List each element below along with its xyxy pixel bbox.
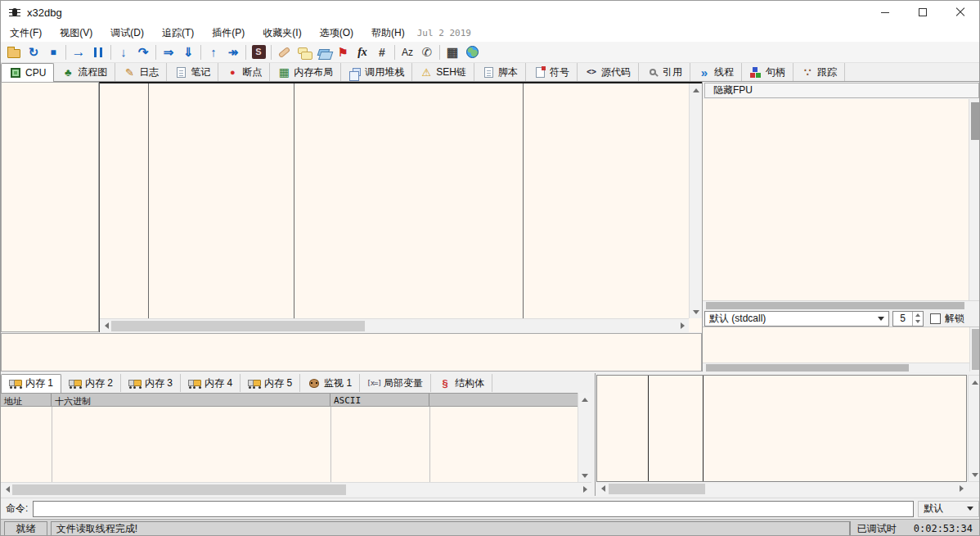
scroll-thumb[interactable] bbox=[609, 484, 705, 494]
stack-h-scrollbar[interactable] bbox=[596, 482, 980, 496]
close-debuggee-button[interactable]: ■ bbox=[43, 43, 63, 61]
scroll-right-button[interactable] bbox=[578, 483, 591, 496]
preferences-button[interactable] bbox=[462, 43, 482, 61]
disassembly-v-scrollbar[interactable] bbox=[689, 83, 702, 318]
scroll-thumb[interactable] bbox=[971, 102, 980, 140]
registers-view[interactable] bbox=[703, 99, 980, 301]
tab-dump-3[interactable]: 内存 3 bbox=[121, 374, 181, 392]
disassembly-view[interactable] bbox=[99, 82, 702, 332]
tab-label: 内存 5 bbox=[264, 376, 292, 390]
arguments-view[interactable] bbox=[703, 327, 980, 372]
tab-references[interactable]: 引用 bbox=[639, 63, 690, 81]
strings-button[interactable]: Az bbox=[398, 43, 417, 61]
tab-graph[interactable]: ♣流程图 bbox=[54, 63, 115, 81]
tab-threads[interactable]: »线程 bbox=[690, 63, 742, 81]
tab-dump-1[interactable]: 内存 1 bbox=[1, 374, 61, 393]
arguments-v-scrollbar[interactable] bbox=[969, 327, 980, 372]
info-box[interactable] bbox=[1, 333, 702, 372]
scylla-button[interactable]: S bbox=[249, 43, 268, 61]
dump-v-scrollbar[interactable] bbox=[578, 393, 591, 482]
tab-log[interactable]: ✎日志 bbox=[115, 63, 167, 81]
menu-options[interactable]: 选项(O) bbox=[311, 24, 362, 43]
menu-file[interactable]: 文件(F) bbox=[1, 24, 51, 43]
dump-h-scrollbar[interactable] bbox=[1, 482, 591, 496]
tab-cpu[interactable]: CPU bbox=[1, 63, 54, 82]
trace-over-button[interactable]: ⇓ bbox=[178, 43, 198, 61]
analysis-button[interactable]: # bbox=[372, 43, 392, 61]
tab-dump-2[interactable]: 内存 2 bbox=[61, 374, 121, 392]
minimize-button[interactable] bbox=[866, 1, 904, 24]
menu-plugins[interactable]: 插件(P) bbox=[203, 24, 254, 43]
tab-memory-map[interactable]: ▦内存布局 bbox=[270, 63, 341, 81]
attach-button[interactable]: ✆ bbox=[417, 43, 437, 61]
functions-button[interactable]: fx bbox=[353, 43, 372, 61]
scroll-thumb[interactable] bbox=[111, 321, 365, 331]
scroll-down-button[interactable] bbox=[578, 469, 591, 482]
dump-body[interactable] bbox=[1, 407, 578, 482]
scroll-thumb[interactable] bbox=[972, 329, 980, 370]
tab-dump-5[interactable]: 内存 5 bbox=[241, 374, 300, 392]
spinner-up-button[interactable] bbox=[913, 312, 923, 319]
unlock-checkbox[interactable] bbox=[930, 313, 941, 324]
step-over-button[interactable]: ↷ bbox=[133, 43, 153, 61]
run-button[interactable]: → bbox=[69, 43, 88, 61]
menu-favourites[interactable]: 收藏夹(I) bbox=[254, 24, 310, 43]
tab-seh[interactable]: ⚠SEH链 bbox=[412, 63, 474, 81]
arguments-h-scrollbar[interactable] bbox=[703, 363, 969, 372]
scroll-thumb[interactable] bbox=[706, 364, 909, 372]
comments-button[interactable] bbox=[294, 43, 313, 61]
scroll-down-button[interactable] bbox=[690, 305, 703, 318]
menu-trace[interactable]: 追踪(T) bbox=[153, 24, 203, 43]
tab-symbols[interactable]: 符号 bbox=[526, 63, 578, 81]
tab-call-stack[interactable]: 调用堆栈 bbox=[341, 63, 412, 81]
patches-button[interactable] bbox=[274, 43, 294, 61]
calculator-button[interactable]: ▦ bbox=[443, 43, 462, 61]
menu-debug[interactable]: 调试(D) bbox=[101, 24, 153, 43]
disassembly-sidebar[interactable] bbox=[1, 82, 99, 332]
scroll-right-button[interactable] bbox=[676, 319, 689, 332]
menu-help[interactable]: 帮助(H) bbox=[362, 24, 414, 43]
execute-till-return-button[interactable]: ↑ bbox=[204, 43, 223, 61]
scroll-down-button[interactable] bbox=[969, 468, 980, 481]
command-profile-select[interactable]: 默认 bbox=[918, 501, 979, 517]
hide-fpu-button[interactable]: 隐藏FPU bbox=[704, 83, 979, 98]
step-into-button[interactable]: ↓ bbox=[114, 43, 133, 61]
calling-convention-select[interactable]: 默认 (stdcall) bbox=[704, 311, 889, 327]
close-button[interactable] bbox=[942, 1, 979, 24]
scroll-thumb[interactable] bbox=[12, 484, 346, 495]
maximize-button[interactable] bbox=[904, 1, 942, 24]
tab-watch-1[interactable]: 监视 1 bbox=[300, 374, 360, 392]
registers-v-scrollbar[interactable] bbox=[969, 99, 980, 300]
tab-breakpoints[interactable]: ●断点 bbox=[218, 63, 270, 81]
tab-handles[interactable]: 句柄 bbox=[742, 63, 793, 81]
labels-button[interactable] bbox=[313, 43, 333, 61]
stack-v-scrollbar[interactable] bbox=[968, 375, 980, 482]
restart-button[interactable]: ↻ bbox=[24, 43, 43, 61]
menu-view[interactable]: 视图(V) bbox=[51, 24, 101, 43]
tab-trace[interactable]: ∵跟踪 bbox=[793, 63, 845, 81]
scroll-thumb[interactable] bbox=[706, 302, 964, 309]
tab-script[interactable]: 脚本 bbox=[474, 63, 526, 81]
disassembly-h-scrollbar[interactable] bbox=[100, 318, 689, 332]
pause-button[interactable] bbox=[88, 43, 108, 61]
registers-h-scrollbar[interactable] bbox=[703, 301, 980, 310]
scroll-up-button[interactable] bbox=[969, 376, 980, 389]
scroll-up-button[interactable] bbox=[578, 393, 591, 406]
scroll-left-button[interactable] bbox=[596, 482, 609, 495]
trace-into-button[interactable]: ⇒ bbox=[159, 43, 178, 61]
open-file-button[interactable] bbox=[4, 43, 24, 61]
tab-notes[interactable]: 笔记 bbox=[167, 63, 218, 81]
stack-view[interactable] bbox=[596, 375, 967, 482]
scroll-right-button[interactable] bbox=[955, 482, 968, 495]
bookmarks-button[interactable]: ⚑ bbox=[333, 43, 353, 61]
scroll-up-button[interactable] bbox=[690, 83, 703, 97]
spinner-down-button[interactable] bbox=[913, 318, 923, 326]
tab-dump-4[interactable]: 内存 4 bbox=[181, 374, 241, 392]
tab-source[interactable]: <>源代码 bbox=[578, 63, 639, 81]
run-to-user-code-button[interactable]: ↠ bbox=[223, 43, 243, 61]
tab-struct[interactable]: §结构体 bbox=[431, 374, 492, 392]
argument-count-spinner[interactable]: 5 bbox=[892, 311, 924, 327]
dump-col-hex: 十六进制 bbox=[52, 394, 330, 406]
command-input[interactable] bbox=[33, 501, 914, 517]
tab-locals[interactable]: [x=]局部变量 bbox=[360, 374, 431, 392]
